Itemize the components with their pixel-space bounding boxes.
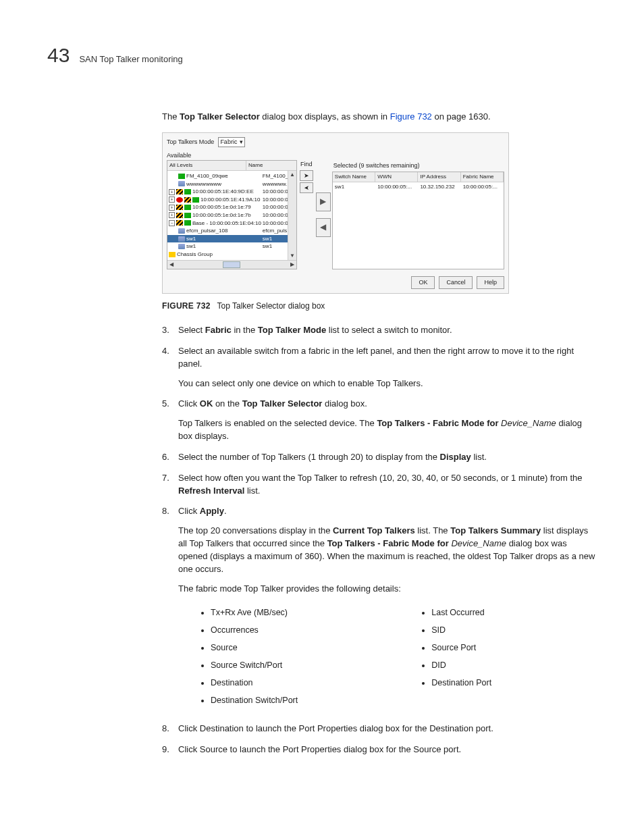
details-left: Tx+Rx Ave (MB/sec)OccurrencesSourceSourc… [198, 604, 298, 710]
tree-item-name: wwwwwwwww [186, 180, 261, 188]
tree-row[interactable]: +10:00:00:05:1e:0d:1e:7b10:00:00:05:... [167, 211, 296, 219]
figure-ref-link[interactable]: Figure 732 [390, 111, 432, 122]
device-icon [178, 174, 185, 179]
move-left-button[interactable]: ◀ [316, 218, 331, 237]
page-header: 43 SAN Top Talker monitoring [47, 41, 597, 70]
tree-row[interactable]: +10:00:00:05:1E:40:9D:EE10:00:00:05:... [167, 188, 296, 196]
device-icon [184, 213, 191, 218]
detail-item: Destination Port [431, 674, 491, 692]
tree-row[interactable]: Chassis Group [167, 251, 296, 259]
switch-icon [178, 228, 185, 234]
expand-icon[interactable]: + [169, 205, 175, 211]
expand-icon[interactable]: + [169, 197, 175, 203]
device-icon [184, 189, 191, 194]
col-wwn[interactable]: WWN [375, 172, 418, 182]
detail-item: Last Occurred [431, 604, 491, 621]
device-icon [184, 220, 191, 226]
device-icon [184, 205, 191, 210]
selected-row[interactable]: sw1 10:00:00:05:... 10.32.150.232 10:00:… [333, 182, 504, 192]
figure-caption: FIGURE 732 Top Talker Selector dialog bo… [162, 301, 597, 312]
section-title: SAN Top Talker monitoring [79, 53, 182, 66]
chevron-down-icon: ▾ [240, 138, 243, 147]
help-button[interactable]: Help [477, 276, 504, 289]
find-next-button[interactable]: ➤ [300, 170, 313, 181]
move-right-button[interactable]: ▶ [316, 192, 331, 211]
find-label: Find [300, 160, 313, 169]
available-heading: Available [167, 151, 283, 160]
fabric-icon [176, 189, 183, 194]
detail-item: Occurrences [211, 621, 298, 639]
tree-row[interactable]: efcm_pulsar_108efcm_pulsar... [167, 227, 296, 235]
tree-row[interactable]: +10:00:00:05:1e:0d:1e:7910:00:00:05:... [167, 203, 296, 211]
scrollbar-horizontal[interactable]: ◀ ▶ [167, 260, 296, 269]
dialog-figure: Top Talkers Mode Fabric ▾ Available All … [162, 132, 597, 293]
fabric-icon [176, 205, 183, 210]
detail-item: Source Switch/Port [211, 656, 298, 674]
chapter-number: 43 [47, 41, 70, 70]
ok-button[interactable]: OK [411, 276, 435, 289]
device-icon [192, 197, 199, 203]
detail-item: Destination Switch/Port [211, 692, 298, 709]
col-switch-name[interactable]: Switch Name [333, 172, 375, 182]
tree-item-name: Chassis Group [177, 251, 261, 259]
tree-row[interactable]: sw1sw1 [167, 242, 296, 251]
scroll-right-icon[interactable]: ▶ [290, 262, 295, 267]
find-prev-button[interactable]: ➤ [300, 182, 313, 193]
selected-heading: Selected (9 switches remaining) [332, 160, 504, 172]
mode-label: Top Talkers Mode [167, 138, 214, 147]
col-fabric-name[interactable]: Fabric Name [461, 172, 504, 182]
fabric-icon [184, 197, 191, 203]
cancel-button[interactable]: Cancel [439, 276, 473, 289]
tree-row[interactable]: FM_4100_09qweFM_4100_09... [167, 172, 296, 180]
tree-row[interactable]: +10:00:00:05:1E:41:9A:1010:00:00:05:... [167, 196, 296, 204]
col-ip[interactable]: IP Address [418, 172, 460, 182]
detail-item: Source Port [431, 639, 491, 656]
scroll-left-icon[interactable]: ◀ [169, 262, 174, 267]
scroll-up-icon[interactable]: ▲ [290, 172, 295, 178]
tree-col-name[interactable]: Name [246, 161, 296, 170]
collapse-icon[interactable]: − [169, 220, 175, 226]
detail-item: Destination [211, 674, 298, 692]
switch-icon [178, 181, 185, 186]
tree-item-name: 10:00:00:05:1E:41:9A:10 [200, 196, 261, 204]
available-panel: All Levels Name FM_4100_09qweFM_4100_09.… [167, 160, 297, 269]
expand-icon[interactable]: + [169, 189, 175, 195]
top-talker-selector-dialog: Top Talkers Mode Fabric ▾ Available All … [162, 132, 509, 293]
procedure-steps: Select Fabric in the Top Talker Mode lis… [162, 324, 597, 596]
tree-item-name: 10:00:00:05:1e:0d:1e:79 [192, 203, 261, 211]
detail-item: Tx+Rx Ave (MB/sec) [211, 604, 298, 621]
tree-row[interactable]: −Base - 10:00:00:05:1E:04:1010:00:00:05:… [167, 219, 296, 228]
expand-icon[interactable]: + [169, 212, 175, 218]
available-tree[interactable]: FM_4100_09qweFM_4100_09...wwwwwwwwwwwwww… [167, 171, 296, 260]
status-error-icon [176, 197, 183, 203]
tree-row[interactable]: sw1sw1 [167, 235, 296, 243]
detail-columns: Tx+Rx Ave (MB/sec)OccurrencesSourceSourc… [198, 604, 597, 710]
tree-item-name: 10:00:00:05:1e:0d:1e:7b [192, 211, 261, 219]
tree-item-name: 10:00:00:05:1E:40:9D:EE [192, 188, 261, 196]
scroll-down-icon[interactable]: ▼ [290, 253, 295, 259]
fabric-icon [176, 213, 183, 218]
details-right: Last OccurredSIDSource PortDIDDestinatio… [419, 604, 491, 710]
tree-item-name: FM_4100_09qwe [186, 172, 261, 180]
selected-panel: Switch Name WWN IP Address Fabric Name s… [332, 172, 504, 269]
tree-item-name: sw1 [186, 235, 261, 243]
switch-icon [178, 236, 185, 242]
group-icon [169, 252, 176, 257]
tree-col-levels[interactable]: All Levels [167, 161, 246, 170]
tree-row[interactable]: wwwwwwwwwwwwwww... [167, 180, 296, 188]
tree-item-name: sw1 [186, 242, 261, 251]
tree-item-name: efcm_pulsar_108 [186, 227, 261, 235]
switch-icon [178, 244, 185, 249]
fabric-icon [176, 220, 183, 226]
procedure-steps-cont: 8. Click Destination to launch the Port … [162, 723, 597, 756]
figure-intro-text: The Top Talker Selector dialog box displ… [162, 111, 597, 124]
detail-item: SID [431, 621, 491, 639]
scrollbar-vertical[interactable]: ▲ ▼ [288, 171, 296, 260]
mode-select[interactable]: Fabric ▾ [218, 137, 245, 147]
detail-item: DID [431, 656, 491, 674]
detail-item: Source [211, 639, 298, 656]
tree-item-name: Base - 10:00:00:05:1E:04:10 [192, 219, 261, 228]
